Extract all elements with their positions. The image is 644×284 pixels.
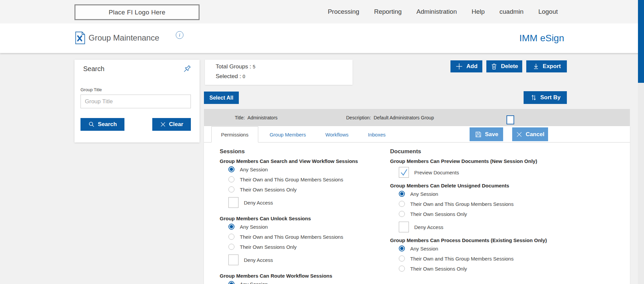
radio-dot xyxy=(230,282,233,284)
radio-option-any-session[interactable]: Any Session xyxy=(220,279,377,284)
info-icon[interactable]: i xyxy=(176,31,183,39)
search-panel: Search Group Title Search Clear xyxy=(74,60,200,143)
scrollbar-thumb[interactable] xyxy=(638,0,644,83)
radio-label: Their Own and This Group Members Session… xyxy=(410,256,514,262)
permission-group-title: Group Members Can Process Documents (Exi… xyxy=(390,237,611,243)
radio-option-their-own-and-this-group-members-sessions[interactable]: Their Own and This Group Members Session… xyxy=(220,232,377,242)
checkbox-icon[interactable] xyxy=(399,167,409,178)
radio-icon[interactable] xyxy=(399,201,405,207)
group-title-input[interactable] xyxy=(80,95,191,108)
radio-option-their-own-and-this-group-members-sessions[interactable]: Their Own and This Group Members Session… xyxy=(390,199,611,209)
tab-inboxes[interactable]: Inboxes xyxy=(360,127,394,142)
checkbox-option-deny-access[interactable]: Deny Access xyxy=(390,221,611,233)
nav-item-processing[interactable]: Processing xyxy=(328,8,359,15)
permission-group: Group Members Can Process Documents (Exi… xyxy=(390,237,611,274)
checkbox-icon[interactable] xyxy=(228,197,238,208)
cancel-button[interactable]: Cancel xyxy=(512,127,548,141)
permission-group: Group Members Can Search and View Workfl… xyxy=(220,158,377,208)
tab-permissions[interactable]: Permissions xyxy=(211,126,258,143)
checkbox-label: Preview Documents xyxy=(414,170,459,175)
radio-dot xyxy=(400,192,404,195)
vertical-scrollbar[interactable] xyxy=(638,0,644,284)
radio-option-any-session[interactable]: Any Session xyxy=(220,222,377,232)
permissions-column-sessions: SessionsGroup Members Can Search and Vie… xyxy=(220,142,377,284)
clear-button[interactable]: Clear xyxy=(152,118,191,131)
radio-option-their-own-and-this-group-members-sessions[interactable]: Their Own and This Group Members Session… xyxy=(390,253,611,264)
radio-icon[interactable] xyxy=(228,186,234,192)
radio-icon[interactable] xyxy=(399,255,405,262)
total-groups: Total Groups : 5 xyxy=(216,63,353,70)
sort-by-button[interactable]: Sort By xyxy=(524,91,567,104)
copy-icon-front xyxy=(506,115,514,124)
nav-item-reporting[interactable]: Reporting xyxy=(374,8,401,15)
checkbox-icon[interactable] xyxy=(228,254,238,265)
radio-icon[interactable] xyxy=(399,245,405,251)
checkbox-option-deny-access[interactable]: Deny Access xyxy=(220,254,377,266)
radio-icon[interactable] xyxy=(399,211,405,217)
permission-group-title: Group Members Can Route Workflow Session… xyxy=(220,273,377,279)
radio-option-their-own-sessions-only[interactable]: Their Own Sessions Only xyxy=(220,184,377,194)
radio-dot xyxy=(400,247,404,250)
section-heading-documents: Documents xyxy=(390,148,611,155)
radio-icon[interactable] xyxy=(228,244,234,250)
radio-option-their-own-sessions-only[interactable]: Their Own Sessions Only xyxy=(390,209,611,219)
radio-option-their-own-and-this-group-members-sessions[interactable]: Their Own and This Group Members Session… xyxy=(220,174,377,184)
selected-count: Selected : 0 xyxy=(216,73,353,80)
radio-option-any-session[interactable]: Any Session xyxy=(220,164,377,174)
document-tools-icon xyxy=(74,31,86,46)
checkbox-icon[interactable] xyxy=(399,222,409,232)
radio-option-any-session[interactable]: Any Session xyxy=(390,189,611,199)
radio-label: Their Own Sessions Only xyxy=(410,211,467,217)
tab-group-members[interactable]: Group Members xyxy=(262,127,314,142)
groups-summary: Total Groups : 5 Selected : 0 xyxy=(205,60,353,85)
nav-item-logout[interactable]: Logout xyxy=(538,8,558,15)
copy-group-icon[interactable] xyxy=(502,112,514,124)
nav-item-administration[interactable]: Administration xyxy=(417,8,457,15)
radio-icon[interactable] xyxy=(228,281,234,284)
permission-group: Group Members Can Route Workflow Session… xyxy=(220,273,377,284)
section-heading-sessions: Sessions xyxy=(220,148,377,155)
radio-label: Their Own and This Group Members Session… xyxy=(410,201,514,207)
pin-icon[interactable] xyxy=(181,64,192,76)
checkbox-label: Deny Access xyxy=(244,200,273,206)
radio-option-their-own-sessions-only[interactable]: Their Own Sessions Only xyxy=(390,264,611,274)
tab-workflows[interactable]: Workflows xyxy=(317,127,357,142)
permission-group: Group Members Can Preview Documents (New… xyxy=(390,158,611,178)
radio-label: Any Session xyxy=(240,281,268,284)
delete-button[interactable]: Delete xyxy=(486,60,522,72)
checkbox-option-preview-documents[interactable]: Preview Documents xyxy=(390,167,611,178)
radio-icon[interactable] xyxy=(228,224,234,230)
search-button[interactable]: Search xyxy=(80,118,124,131)
radio-label: Their Own Sessions Only xyxy=(410,266,467,272)
search-panel-title: Search xyxy=(83,65,104,73)
permission-group-title: Group Members Can Search and View Workfl… xyxy=(220,158,377,164)
radio-icon[interactable] xyxy=(228,166,234,172)
tab-bar: PermissionsGroup MembersWorkflowsInboxes xyxy=(204,127,630,143)
group-title-label: Group Title xyxy=(80,87,102,92)
brand-logo-text: IMM eSign xyxy=(519,33,564,44)
radio-option-any-session[interactable]: Any Session xyxy=(390,243,611,253)
permission-group: Group Members Can Unlock SessionsAny Ses… xyxy=(220,216,377,266)
checkbox-option-deny-access[interactable]: Deny Access xyxy=(220,197,377,208)
radio-icon[interactable] xyxy=(399,266,405,272)
nav-item-help[interactable]: Help xyxy=(472,8,485,15)
radio-icon[interactable] xyxy=(399,191,405,197)
select-all-button[interactable]: Select All xyxy=(204,92,239,104)
radio-label: Their Own Sessions Only xyxy=(240,187,297,192)
permission-group-title: Group Members Can Delete Unsigned Docume… xyxy=(390,183,611,189)
radio-dot xyxy=(230,168,233,171)
radio-icon[interactable] xyxy=(228,234,234,240)
save-button[interactable]: Save xyxy=(470,127,503,141)
permission-group-title: Group Members Can Preview Documents (New… xyxy=(390,158,611,164)
top-nav-bar: Place FI Logo Here ProcessingReportingAd… xyxy=(0,0,644,23)
radio-label: Their Own Sessions Only xyxy=(240,244,297,250)
radio-label: Any Session xyxy=(240,224,268,230)
nav-item-cuadmin[interactable]: cuadmin xyxy=(499,8,524,15)
export-button[interactable]: Export xyxy=(526,60,567,72)
radio-label: Their Own and This Group Members Session… xyxy=(240,177,343,182)
group-row[interactable]: Title:Administrators Description:Default… xyxy=(204,109,630,126)
radio-icon[interactable] xyxy=(228,176,234,182)
add-button[interactable]: Add xyxy=(450,60,482,72)
radio-option-their-own-sessions-only[interactable]: Their Own Sessions Only xyxy=(220,242,377,252)
permission-group-title: Group Members Can Unlock Sessions xyxy=(220,216,377,222)
